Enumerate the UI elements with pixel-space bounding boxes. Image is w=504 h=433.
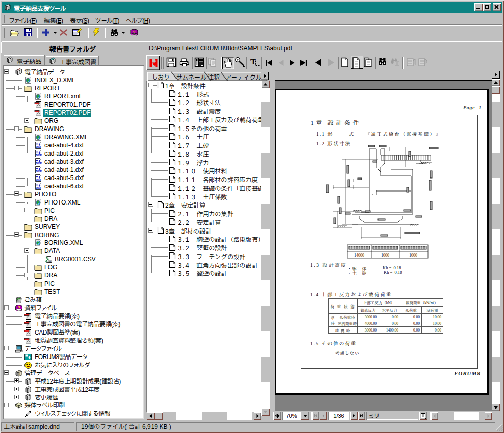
svg-text:1000: 1000 [409,253,417,258]
svg-text:DXF: DXF [36,162,42,165]
svg-text:14000: 14000 [354,253,364,258]
svg-text:?: ? [18,305,20,310]
svg-text:DXF: DXF [36,170,42,173]
svg-text:DXF: DXF [36,145,42,148]
svg-text:DXF: DXF [36,154,42,157]
svg-text:DXF: DXF [36,178,42,181]
svg-text:1000: 1000 [381,253,389,258]
svg-text:DXF: DXF [36,186,42,189]
